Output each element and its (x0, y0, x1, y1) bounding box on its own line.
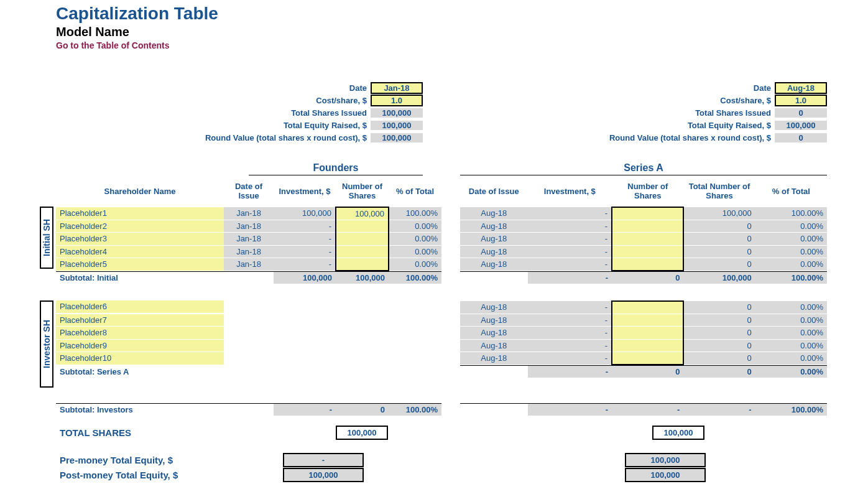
founders-equity-value: 100,000 (371, 121, 423, 130)
numshares-input[interactable] (336, 246, 389, 258)
seriesa-summary: DateAug-18 Cost/share, $1.0 Total Shares… (460, 82, 827, 144)
shareholder-name-input[interactable]: Placeholder10 (56, 352, 224, 365)
totalshares-cell: 0 (683, 327, 755, 339)
subtotal-value: - (528, 366, 612, 378)
toc-link[interactable]: Go to the Table of Contents (56, 40, 856, 50)
investment-cell: - (528, 340, 612, 352)
subtotal-seriesa-label: Subtotal: Series A (56, 365, 224, 378)
subtotal-value: 100.00% (389, 404, 441, 416)
founders-summary: DateJan-18 Cost/share, $1.0 Total Shares… (56, 82, 423, 144)
subtotal-value: 100.00% (755, 272, 827, 284)
shareholder-name-input[interactable]: Placeholder9 (56, 340, 224, 352)
shareholder-name-input[interactable]: Placeholder3 (56, 233, 224, 245)
date-label: Date (56, 83, 371, 93)
subtotal-value: - (683, 404, 755, 416)
investment-cell: - (528, 327, 612, 339)
numshares-input[interactable] (336, 233, 389, 245)
pct-cell: 0.00% (755, 258, 827, 271)
totalshares-cell: 0 (683, 246, 755, 258)
numshares-input[interactable] (612, 314, 683, 327)
col-totalshares: Total Number of Shares (683, 175, 755, 207)
col-numshares: Number of Shares (612, 175, 683, 207)
numshares-input[interactable] (612, 207, 683, 220)
shareholder-name-input[interactable]: Placeholder5 (56, 258, 224, 271)
founders-round-title: Founders (249, 162, 423, 175)
numshares-input[interactable] (612, 233, 683, 245)
pct-cell: 0.00% (755, 314, 827, 327)
seriesa-date-input[interactable]: Aug-18 (775, 82, 827, 94)
shareholder-name-input[interactable]: Placeholder4 (56, 246, 224, 258)
investment-cell: - (528, 207, 612, 220)
founders-total-shares: 100,000 (336, 426, 388, 440)
col-date: Date of Issue (460, 175, 528, 207)
investment-cell: - (528, 301, 612, 314)
roundval-label: Round Value (total shares x round cost),… (56, 133, 371, 142)
subtotal-value: 0 (683, 366, 755, 378)
subtotal-value: 0 (612, 272, 683, 284)
investment-cell: - (528, 352, 612, 365)
seriesa-equity-value: 100,000 (775, 121, 827, 130)
date-cell: Aug-18 (460, 233, 528, 245)
numshares-input[interactable]: 100,000 (336, 207, 389, 220)
numshares-input[interactable] (612, 246, 683, 258)
subtotal-value: - (612, 404, 683, 416)
founders-cost-input[interactable]: 1.0 (371, 95, 423, 106)
pct-cell: 0.00% (389, 220, 441, 233)
date-cell: Aug-18 (460, 246, 528, 258)
seriesa-total-shares: 100,000 (652, 426, 704, 440)
founders-date-input[interactable]: Jan-18 (371, 82, 423, 94)
totalshares-cell: 0 (683, 233, 755, 245)
numshares-input[interactable] (612, 301, 683, 314)
page-title: Capitalization Table (56, 4, 856, 24)
investment-cell: 100,000 (274, 207, 336, 220)
numshares-input[interactable] (612, 352, 683, 365)
shareholder-name-input[interactable]: Placeholder6 (56, 300, 224, 313)
shareholder-name-input[interactable]: Placeholder8 (56, 327, 224, 339)
shareholder-name-input[interactable]: Placeholder1 (56, 207, 224, 220)
seriesa-cost-input[interactable]: 1.0 (775, 95, 827, 106)
numshares-input[interactable] (612, 340, 683, 352)
numshares-input[interactable] (612, 220, 683, 233)
pct-cell: 0.00% (755, 352, 827, 365)
seriesa-roundval-value: 0 (775, 133, 827, 142)
col-pct: % of Total (389, 175, 441, 207)
col-pct: % of Total (755, 175, 827, 207)
shareholder-name-input[interactable]: Placeholder2 (56, 220, 224, 233)
total-shares-label: TOTAL SHARES (56, 427, 224, 438)
founders-post-money: 100,000 (283, 468, 364, 482)
shares-label: Total Shares Issued (56, 108, 371, 118)
col-investment: Investment, $ (528, 175, 612, 207)
pct-cell: 100.00% (389, 207, 441, 220)
founders-roundval-value: 100,000 (371, 133, 423, 142)
seriesa-post-money: 100,000 (625, 468, 706, 482)
investment-cell: - (274, 258, 336, 271)
subtotal-value: - (528, 404, 612, 416)
equity-label: Total Equity Raised, $ (56, 121, 371, 130)
totalshares-cell: 100,000 (683, 207, 755, 220)
numshares-input[interactable] (612, 327, 683, 339)
subtotal-value: 100,000 (274, 272, 336, 284)
pct-cell: 0.00% (389, 258, 441, 271)
date-cell: Aug-18 (460, 220, 528, 233)
pct-cell: 0.00% (755, 220, 827, 233)
col-investment: Investment, $ (274, 175, 336, 207)
date-cell: Jan-18 (224, 246, 274, 258)
pre-money-label: Pre-money Total Equity, $ (56, 455, 224, 465)
numshares-input[interactable] (336, 220, 389, 233)
investment-cell: - (528, 220, 612, 233)
investment-cell: - (528, 314, 612, 327)
date-label: Date (460, 83, 775, 93)
investment-cell: - (274, 233, 336, 245)
pct-cell: 0.00% (389, 246, 441, 258)
totalshares-cell: 0 (683, 301, 755, 314)
numshares-input[interactable] (336, 258, 389, 271)
totalshares-cell: 0 (683, 352, 755, 365)
seriesa-round-title: Series A (460, 162, 827, 175)
subtotal-investors-label: Subtotal: Investors (56, 404, 224, 416)
totalshares-cell: 0 (683, 258, 755, 271)
totalshares-cell: 0 (683, 340, 755, 352)
shareholder-name-input[interactable]: Placeholder7 (56, 314, 224, 327)
subtotal-value: 0 (612, 366, 683, 378)
numshares-input[interactable] (612, 258, 683, 271)
cost-label: Cost/share, $ (460, 96, 775, 105)
